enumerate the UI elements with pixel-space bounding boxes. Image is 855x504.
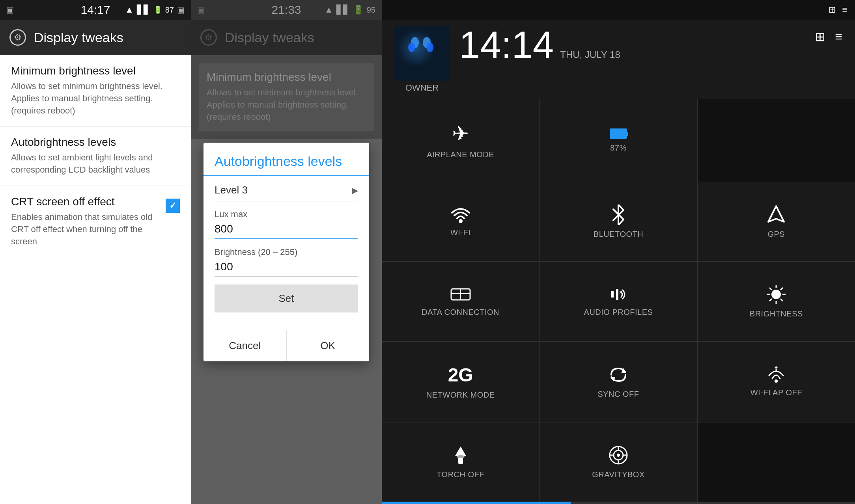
dialog-level-selector[interactable]: Level 3 ▶ [215, 184, 358, 201]
svg-marker-5 [616, 289, 618, 300]
panel1-item-autobrightness-text: Autobrightness levels Allows to set ambi… [11, 136, 180, 176]
qs-tile-brightness[interactable]: BRIGHTNESS [698, 262, 855, 341]
qs-time-date-row: 14:14 THU, JULY 18 [459, 26, 620, 64]
panel1-item-autobrightness[interactable]: Autobrightness levels Allows to set ambi… [0, 126, 191, 186]
qs-avatar [394, 26, 450, 81]
dialog-title: Autobrightness levels [203, 143, 369, 176]
qs-tile-data-label: DATA CONNECTION [422, 308, 499, 317]
panel1-item-crt-effect[interactable]: CRT screen off effect Enables animation … [0, 186, 191, 257]
qs-owner-label: OWNER [394, 83, 450, 93]
qs-tile-airplane-label: AIRPLANE MODE [427, 150, 494, 159]
signal-bars-icon: ▋▋ [137, 5, 150, 15]
qs-tile-torch-off[interactable]: TORCH OFF [382, 422, 539, 502]
qs-progress-bar [382, 502, 855, 504]
panel1-item-min-brightness-title: Minimum brightness level [11, 65, 180, 77]
qs-tile-airplane-mode[interactable]: ✈ AIRPLANE MODE [382, 99, 539, 182]
panel3-quick-settings: ⊞ ≡ OWNER 14:14 THU, JULY 18 ⊞ ≡ [382, 0, 855, 504]
panel1-status-icons-left: ▣ [6, 5, 14, 15]
dialog-set-button[interactable]: Set [215, 285, 358, 312]
qs-tile-wifi-ap-off[interactable]: WI-FI AP OFF [698, 342, 855, 422]
qs-tile-gravitybox[interactable]: GRAVITYBOX [540, 422, 697, 502]
wifi-ap-tile-icon [766, 366, 786, 383]
gravitybox-tile-icon [608, 445, 629, 465]
qs-tile-wifi-label: WI-FI [450, 228, 470, 237]
qs-tile-empty2 [698, 422, 855, 502]
qs-tile-gravitybox-label: GRAVITYBOX [592, 470, 645, 479]
svg-point-24 [617, 454, 620, 457]
qs-menu-lines-icon[interactable]: ≡ [835, 30, 842, 44]
qs-tile-battery-label: 87% [610, 143, 627, 153]
dialog-brightness-label: Brightness (20 – 255) [215, 247, 358, 257]
panel1-display-tweaks: ▣ 14:17 ▲ ▋▋ 🔋 87 ▣ ⚙ Display tweaks Min… [0, 0, 191, 504]
qs-status-bar: ⊞ ≡ [382, 0, 855, 20]
qs-tile-sync-off[interactable]: SYNC OFF [540, 342, 697, 422]
qs-tile-network-mode[interactable]: 2G NETWORK MODE [382, 342, 539, 422]
qs-tile-wifi-ap-label: WI-FI AP OFF [750, 388, 802, 397]
qs-tile-network-label: NETWORK MODE [426, 391, 495, 400]
panel1-item-min-brightness[interactable]: Minimum brightness level Allows to set m… [0, 55, 191, 126]
svg-marker-20 [455, 446, 466, 456]
svg-point-7 [771, 290, 781, 299]
qs-date: THU, JULY 18 [560, 49, 620, 60]
panel1-item-crt-title: CRT screen off effect [11, 195, 166, 208]
torch-off-tile-icon [452, 445, 469, 465]
qs-header-icons: ⊞ ≡ [815, 29, 842, 44]
airplane-mode-icon: ✈ [452, 122, 469, 145]
qs-tile-bluetooth-label: BLUETOOTH [594, 230, 643, 239]
qs-time-section: 14:14 THU, JULY 18 [459, 26, 620, 64]
panel1-status-icons-right: ▲ ▋▋ 🔋 87 ▣ [125, 5, 185, 15]
qs-tile-empty1 [698, 99, 855, 182]
svg-line-14 [780, 288, 783, 290]
qs-tile-gps[interactable]: GPS [698, 182, 855, 261]
panel1-settings-list: Minimum brightness level Allows to set m… [0, 55, 191, 504]
qs-clock: 14:14 [459, 26, 554, 64]
panel1-app-bar: ⚙ Display tweaks [0, 20, 191, 55]
panel1-gear-icon: ⚙ [9, 29, 26, 46]
svg-line-13 [780, 299, 783, 301]
qs-tile-data-connection[interactable]: DATA CONNECTION [382, 262, 539, 341]
autobrightness-dialog: Autobrightness levels Level 3 ▶ Lux max … [203, 143, 369, 361]
qs-progress-fill [382, 502, 571, 504]
dialog-brightness-value[interactable]: 100 [215, 260, 358, 277]
panel1-time: 14:17 [80, 3, 110, 17]
qs-tile-gps-label: GPS [767, 230, 785, 239]
qs-tile-torch-label: TORCH OFF [437, 470, 484, 479]
dialog-cancel-button[interactable]: Cancel [203, 330, 287, 361]
network-mode-tile-icon: 2G [448, 364, 473, 386]
brightness-tile-icon [766, 284, 786, 305]
qs-tile-wifi[interactable]: WI-FI [382, 182, 539, 261]
svg-marker-4 [611, 291, 614, 298]
dialog-select-arrow-icon: ▶ [352, 186, 358, 195]
qs-settings-icon: ⊞ [829, 5, 836, 15]
svg-point-21 [457, 455, 465, 458]
panel1-item-min-brightness-desc: Allows to set minimum brightness level. … [11, 80, 180, 117]
panel1-crt-checkbox[interactable] [166, 199, 180, 213]
svg-point-0 [459, 219, 463, 223]
battery-tile-icon [610, 128, 627, 139]
svg-marker-18 [775, 366, 778, 368]
svg-point-16 [775, 379, 778, 383]
panel2-dialog-overlay[interactable]: Autobrightness levels Level 3 ▶ Lux max … [191, 0, 382, 504]
panel1-status-bar: ▣ 14:17 ▲ ▋▋ 🔋 87 ▣ [0, 0, 191, 20]
dialog-brightness-field: Brightness (20 – 255) 100 [215, 247, 358, 277]
audio-profiles-tile-icon: × [608, 286, 629, 303]
qs-menu-icon: ≡ [842, 5, 847, 15]
panel1-item-autobrightness-title: Autobrightness levels [11, 136, 180, 149]
svg-line-12 [769, 288, 772, 290]
panel1-app-title: Display tweaks [34, 30, 123, 45]
dialog-lux-value[interactable]: 800 [215, 223, 358, 239]
qs-network-icon[interactable]: ⊞ [815, 29, 825, 44]
dialog-ok-button[interactable]: OK [287, 330, 370, 361]
qs-tile-audio-profiles[interactable]: × AUDIO PROFILES [540, 262, 697, 341]
battery-percent: 87 [165, 6, 174, 15]
panel1-item-autobrightness-desc: Allows to set ambient light levels and c… [11, 152, 180, 176]
battery-icon: 🔋 [153, 6, 162, 14]
data-connection-tile-icon [450, 286, 471, 303]
qs-avatar-section: OWNER [394, 26, 450, 93]
qs-header-section: OWNER 14:14 THU, JULY 18 ⊞ ≡ [382, 20, 855, 96]
gps-tile-icon [767, 205, 786, 225]
qs-tile-battery[interactable]: 87% [540, 99, 697, 182]
dialog-actions: Cancel OK [203, 330, 369, 361]
wifi-tile-icon [450, 206, 471, 223]
qs-tile-bluetooth[interactable]: BLUETOOTH [540, 182, 697, 261]
